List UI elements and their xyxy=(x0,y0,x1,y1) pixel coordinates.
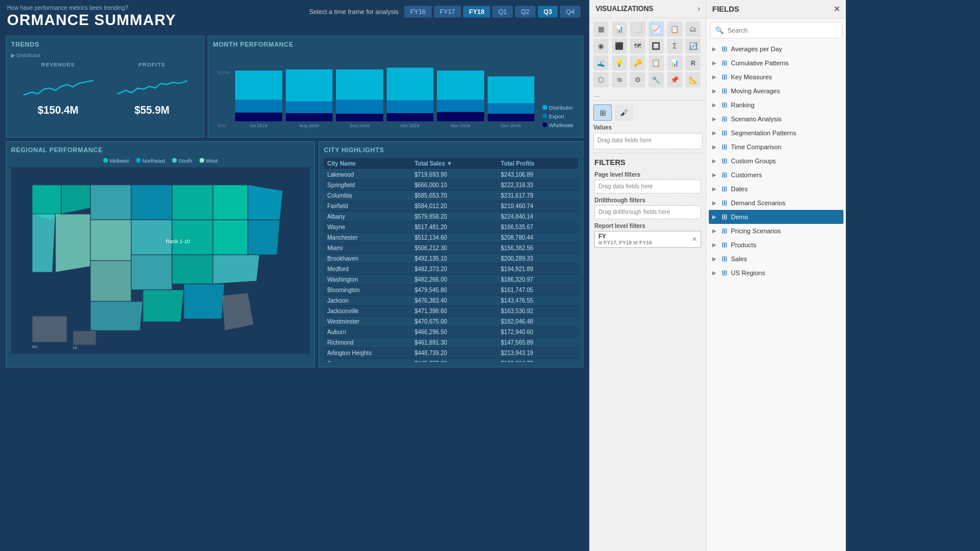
table-row: Jacksonville$471,398.60$163,530.92 xyxy=(324,306,578,317)
viz-area-chart-icon[interactable]: 📋 xyxy=(667,22,682,37)
viz-funnel-icon[interactable]: Σ xyxy=(667,38,682,54)
expand-icon: ▶ xyxy=(712,144,718,150)
field-item-moving-averages[interactable]: ▶ ⊞ Moving Averages xyxy=(709,84,844,98)
expand-icon: ▶ xyxy=(712,270,718,276)
field-item-key-measures[interactable]: ▶ ⊞ Key Measures xyxy=(709,70,844,84)
revenue-chart xyxy=(11,70,105,102)
col-sales[interactable]: Total Sales ▼ xyxy=(411,158,498,170)
viz-map-icon[interactable]: 🗺 xyxy=(630,38,645,54)
table-icon: ⊞ xyxy=(722,213,727,221)
field-item-cumulative-patterns[interactable]: ▶ ⊞ Cumulative Patterns xyxy=(709,56,844,70)
svg-marker-13 xyxy=(248,220,280,255)
expand-icon: ▶ xyxy=(712,74,718,80)
field-item-averages-per-day[interactable]: ▶ ⊞ Averages per Day xyxy=(709,42,844,56)
svg-marker-16 xyxy=(172,255,213,284)
viz-scatter-chart-icon[interactable]: ◉ xyxy=(593,38,608,54)
search-input[interactable] xyxy=(727,27,837,34)
field-item-dates[interactable]: ▶ ⊞ Dates xyxy=(709,182,844,196)
viz-custom-icon[interactable]: 📐 xyxy=(685,72,701,87)
q2-button[interactable]: Q2 xyxy=(515,6,536,17)
viz-bar-chart-icon[interactable]: 📊 xyxy=(612,22,627,37)
viz-more[interactable]: ... xyxy=(590,91,706,100)
field-label: Demo xyxy=(731,213,748,220)
field-item-custom-groups[interactable]: ▶ ⊞ Custom Groups xyxy=(709,154,844,168)
report-filters-label: Report level filters xyxy=(594,223,701,229)
dec-label: Dec 2016 xyxy=(501,123,521,128)
field-item-sales[interactable]: ▶ ⊞ Sales xyxy=(709,252,844,266)
oct-label: Oct 2016 xyxy=(401,123,419,128)
fy18-button[interactable]: FY18 xyxy=(463,6,490,17)
field-item-time-comparison[interactable]: ▶ ⊞ Time Comparison xyxy=(709,140,844,154)
field-label: Dates xyxy=(731,185,748,192)
viz-column-chart-icon[interactable]: ⬜ xyxy=(630,22,645,37)
page-filters-drop[interactable]: Drag data fields here xyxy=(594,180,701,194)
field-item-us-regions[interactable]: ▶ ⊞ US Regions xyxy=(709,266,844,280)
main-content: How have performance metrics been trendi… xyxy=(0,0,589,551)
field-label: Segmentation Patterns xyxy=(731,129,796,136)
chevron-right-icon[interactable]: › xyxy=(698,5,700,13)
viz-line-chart-icon[interactable]: 📈 xyxy=(649,22,664,37)
viz-stacked-bar-icon[interactable]: ▦ xyxy=(593,22,608,37)
filters-title: FILTERS xyxy=(594,158,701,167)
field-item-demand-scenarios[interactable]: ▶ ⊞ Demand Scenarios xyxy=(709,196,844,210)
svg-marker-17 xyxy=(213,255,260,284)
field-item-pricing-scenarios[interactable]: ▶ ⊞ Pricing Scenarios xyxy=(709,224,844,238)
fields-panel: FIELDS ✕ 🔍 ▶ ⊞ Averages per Day ▶ ⊞ Cumu… xyxy=(706,0,846,551)
viz-combo-icon[interactable]: ⚙ xyxy=(630,72,645,87)
fy-filter-tag[interactable]: FY is FY17, FY18 or FY16 ✕ xyxy=(594,231,701,248)
col-city: City Name xyxy=(324,158,411,170)
table-icon: ⊞ xyxy=(722,199,727,207)
field-item-demo[interactable]: ▶ ⊞ Demo xyxy=(709,210,844,224)
field-item-segmentation-patterns[interactable]: ▶ ⊞ Segmentation Patterns xyxy=(709,126,844,140)
bar-nov: Nov 2016 xyxy=(437,71,484,128)
field-item-scenario-analysis[interactable]: ▶ ⊞ Scenario Analysis xyxy=(709,112,844,126)
expand-icon: ▶ xyxy=(712,116,718,122)
viz-table-icon[interactable]: 📋 xyxy=(649,55,664,71)
table-icon: ⊞ xyxy=(722,241,727,249)
expand-icon: ▶ xyxy=(712,158,718,164)
city-panel: City Highlights City Name Total Sales ▼ … xyxy=(318,141,583,367)
q3-button[interactable]: Q3 xyxy=(538,6,558,17)
filter-close-icon[interactable]: ✕ xyxy=(692,236,697,243)
trends-panel: Trends ▶ Distributor REVENUES $150.4M PR… xyxy=(6,36,204,138)
viz-kpi-icon[interactable]: 💡 xyxy=(612,55,627,71)
fields-icon[interactable]: ⊞ xyxy=(593,104,612,121)
viz-ribbon-chart-icon[interactable]: 🗂 xyxy=(685,22,701,37)
svg-marker-3 xyxy=(131,185,172,220)
viz-treemap-icon[interactable]: ⬡ xyxy=(593,72,608,87)
nov-label: Nov 2016 xyxy=(450,123,470,128)
field-label: Demand Scenarios xyxy=(731,199,786,206)
filter-tag-value: is FY17, FY18 or FY16 xyxy=(598,240,652,245)
viz-card-icon[interactable]: 🌊 xyxy=(593,55,608,71)
viz-waterfall-icon[interactable]: ≋ xyxy=(612,72,627,87)
viz-decomp-icon[interactable]: 🔧 xyxy=(649,72,664,87)
fy17-button[interactable]: FY17 xyxy=(434,6,461,17)
table-icon: ⊞ xyxy=(722,269,727,277)
fy16-button[interactable]: FY16 xyxy=(404,6,431,17)
svg-marker-4 xyxy=(172,185,213,220)
values-drop-area[interactable]: Drag data fields here xyxy=(593,133,702,149)
expand-icon: ▶ xyxy=(712,46,718,52)
drillthrough-filters-drop[interactable]: Drag drillthrough fields here xyxy=(594,205,701,219)
viz-matrix-icon[interactable]: 📊 xyxy=(667,55,682,71)
sep-label: Sep 2016 xyxy=(349,123,369,128)
field-well-section: ⊞ 🖌 Values Drag data fields here xyxy=(590,100,706,153)
viz-gauge-icon[interactable]: 🔃 xyxy=(685,38,701,54)
field-item-ranking[interactable]: ▶ ⊞ Ranking xyxy=(709,98,844,112)
viz-qna-icon[interactable]: 📌 xyxy=(667,72,682,87)
field-item-products[interactable]: ▶ ⊞ Products xyxy=(709,238,844,252)
viz-filled-map-icon[interactable]: 🔲 xyxy=(649,38,664,54)
svg-marker-8 xyxy=(55,214,90,272)
close-fields-icon[interactable]: ✕ xyxy=(834,5,840,13)
format-icon[interactable]: 🖌 xyxy=(614,104,633,121)
table-icon: ⊞ xyxy=(722,101,727,109)
q4-button[interactable]: Q4 xyxy=(560,6,580,17)
field-item-customers[interactable]: ▶ ⊞ Customers xyxy=(709,168,844,182)
viz-r-script-icon[interactable]: R xyxy=(685,55,701,71)
viz-slicer-icon[interactable]: 🔑 xyxy=(630,55,645,71)
svg-text:Rank 1-10: Rank 1-10 xyxy=(166,238,190,244)
page-filters-label: Page level filters xyxy=(594,171,701,178)
viz-pie-chart-icon[interactable]: ⬛ xyxy=(612,38,627,54)
bar-aug: Aug 2016 xyxy=(286,69,333,128)
q1-button[interactable]: Q1 xyxy=(492,6,513,17)
